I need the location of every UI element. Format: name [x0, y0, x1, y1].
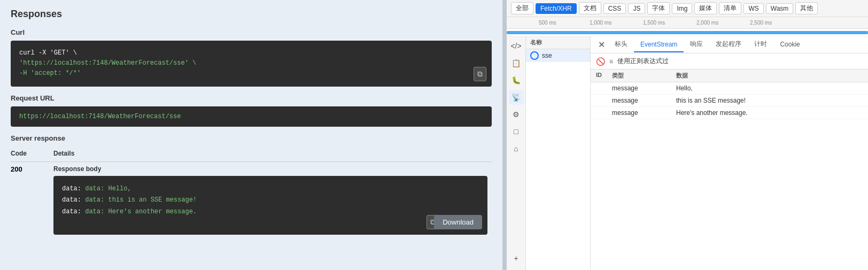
event-row-3-type: message: [612, 109, 676, 117]
close-detail-button[interactable]: ✕: [595, 38, 608, 51]
event-row-3-data: Here's another message.: [676, 109, 863, 117]
es-data-header: 数据: [676, 72, 863, 80]
curl-line2: 'https://localhost:7148/WeatherForecast/…: [19, 58, 483, 68]
code-header: Code: [11, 148, 53, 162]
filter-media[interactable]: 媒体: [694, 2, 717, 14]
timeline-progress-bar: [507, 31, 868, 34]
network-row-sse[interactable]: sse: [526, 49, 590, 62]
application-icon[interactable]: □: [509, 124, 524, 139]
timeline-mark-1500: 1,500 ms: [643, 20, 665, 26]
network-list-header: 名称: [526, 36, 590, 49]
filter-font[interactable]: 字体: [647, 2, 670, 14]
event-row-2[interactable]: message this is an SSE message!: [591, 95, 868, 107]
performance-icon[interactable]: ⚙: [509, 107, 524, 122]
es-id-header: ID: [596, 72, 612, 80]
event-row-1-type: message: [612, 84, 676, 92]
tab-response[interactable]: 响应: [684, 36, 709, 53]
response-body-label: Response body: [53, 165, 487, 173]
responses-title: Responses: [11, 9, 492, 20]
es-type-header: 类型: [612, 72, 676, 80]
response-code: 200: [11, 161, 53, 238]
filter-wasm[interactable]: Wasm: [766, 3, 794, 14]
filter-ws[interactable]: WS: [743, 3, 763, 14]
network-row-name: sse: [530, 51, 586, 60]
timeline-mark-500: 500 ms: [539, 20, 556, 26]
response-body-block: data: data: Hello, data: data: this is a…: [53, 176, 487, 235]
event-row-1-data: Hello,: [676, 84, 863, 92]
filter-regex-icon: ≡: [609, 58, 613, 65]
devtools-main: </> 📋 🐛 📡 ⚙ □ ⌂ + 名称 sse: [507, 36, 868, 270]
curl-code-block: curl -X 'GET' \ 'https://localhost:7148/…: [11, 41, 492, 87]
response-line-3: data: data: Here's another message.: [62, 206, 479, 218]
timeline-bar-row: [507, 29, 868, 36]
response-line-1: data: data: Hello,: [62, 183, 479, 195]
network-icon[interactable]: 📡: [509, 90, 524, 105]
copy-curl-button[interactable]: ⧉: [474, 67, 486, 81]
event-row-3[interactable]: message Here's another message.: [591, 107, 868, 119]
curl-line3: -H 'accept: */*': [19, 68, 483, 79]
request-url-label: Request URL: [11, 94, 492, 102]
name-column-header: 名称: [530, 38, 586, 47]
bug-icon[interactable]: 🐛: [509, 73, 524, 88]
server-response-label: Server response: [11, 134, 492, 142]
timeline-ruler: 500 ms 1,000 ms 1,500 ms 2,000 ms 2,500 …: [507, 17, 868, 29]
timeline-mark-1000: 1,000 ms: [590, 20, 611, 26]
left-panel: Responses Curl curl -X 'GET' \ 'https://…: [0, 0, 502, 270]
tab-headers[interactable]: 标头: [608, 36, 634, 53]
event-row-2-data: this is an SSE message!: [676, 97, 863, 104]
no-entry-icon: 🚫: [596, 57, 605, 66]
add-panel-icon[interactable]: +: [509, 251, 524, 266]
home-icon[interactable]: ⌂: [509, 141, 524, 156]
tab-eventstream[interactable]: EventStream: [634, 37, 684, 52]
eventstream-table-header: ID 类型 数据: [591, 70, 868, 82]
timeline-mark-2000: 2,000 ms: [696, 20, 718, 26]
details-header: Details: [53, 148, 492, 162]
filter-img[interactable]: Img: [672, 3, 692, 14]
response-table: Code Details 200 Response body data: dat…: [11, 148, 492, 238]
detail-panel-header: ✕ 标头 EventStream 响应 发起程序 计时 Cookie: [591, 36, 868, 53]
table-row: 200 Response body data: data: Hello, dat…: [11, 161, 492, 238]
curl-label: Curl: [11, 28, 492, 36]
detail-tabs: 标头 EventStream 响应 发起程序 计时 Cookie: [608, 36, 864, 53]
filter-manifest[interactable]: 清单: [719, 2, 741, 14]
clipboard-icon[interactable]: 📋: [509, 56, 524, 71]
detail-panel: ✕ 标头 EventStream 响应 发起程序 计时 Cookie 🚫 ≡ 使…: [590, 36, 868, 270]
devtools-panel: 全部 Fetch/XHR 文档 CSS JS 字体 Img 媒体 清单 WS W…: [507, 0, 868, 270]
network-row-status-icon: [530, 51, 539, 60]
panel-divider[interactable]: [502, 0, 507, 270]
devtools-sidebar: </> 📋 🐛 📡 ⚙ □ ⌂ +: [507, 36, 526, 270]
tab-initiator[interactable]: 发起程序: [709, 36, 748, 53]
regex-label: 使用正则表达式过: [617, 57, 669, 66]
filter-fetch-xhr[interactable]: Fetch/XHR: [536, 3, 577, 14]
filter-js[interactable]: JS: [628, 3, 645, 14]
curl-line1: curl -X 'GET' \: [19, 48, 483, 58]
filter-other[interactable]: 其他: [795, 2, 818, 14]
timeline-mark-2500: 2,500 ms: [750, 20, 772, 26]
devtools-toolbar: 全部 Fetch/XHR 文档 CSS JS 字体 Img 媒体 清单 WS W…: [507, 0, 868, 17]
tab-cookie[interactable]: Cookie: [773, 37, 806, 52]
response-line-2: data: data: this is an SSE message!: [62, 195, 479, 206]
eventstream-body: message Hello, message this is an SSE me…: [591, 82, 868, 270]
filter-all[interactable]: 全部: [511, 2, 533, 14]
filter-doc[interactable]: 文档: [579, 2, 601, 14]
event-row-2-type: message: [612, 97, 676, 104]
download-button[interactable]: Download: [434, 215, 482, 229]
filter-css[interactable]: CSS: [603, 3, 626, 14]
event-row-1[interactable]: message Hello,: [591, 82, 868, 95]
network-panel: 名称 sse: [526, 36, 590, 270]
network-row-label: sse: [542, 52, 552, 59]
tab-timing[interactable]: 计时: [748, 36, 773, 53]
eventstream-toolbar: 🚫 ≡ 使用正则表达式过: [591, 53, 868, 70]
response-details: Response body data: data: Hello, data: d…: [53, 161, 492, 238]
request-url-value: https://localhost:7148/WeatherForecast/s…: [11, 106, 492, 127]
code-icon[interactable]: </>: [509, 38, 524, 53]
